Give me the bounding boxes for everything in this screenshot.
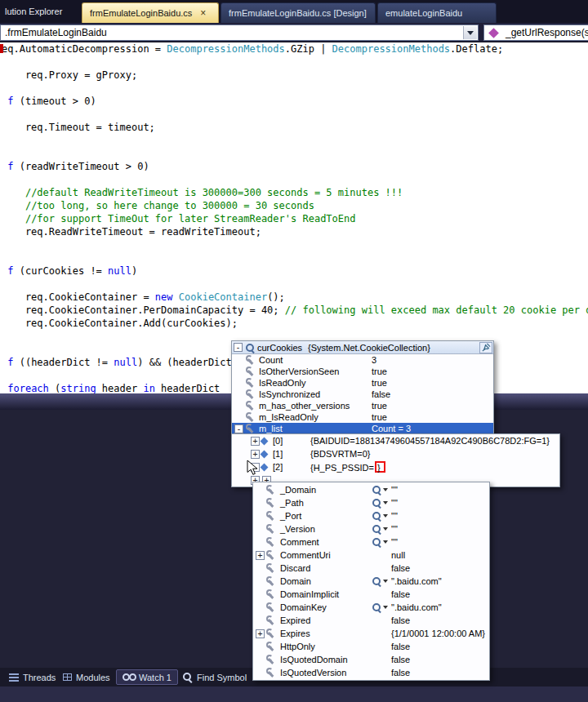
- string-visualizer[interactable]: [372, 498, 391, 508]
- member-row[interactable]: _Path"": [253, 496, 489, 509]
- property-icon: [245, 367, 255, 376]
- bottom-tab-threads[interactable]: Threads: [3, 669, 61, 685]
- spacer: [253, 538, 262, 547]
- member-row[interactable]: IsQuotedVersionfalse: [253, 666, 489, 679]
- member-row[interactable]: DomainKey".baidu.com": [253, 601, 489, 614]
- chevron-down-icon[interactable]: [383, 527, 388, 531]
- string-visualizer[interactable]: [372, 524, 391, 534]
- property-icon: [265, 642, 275, 651]
- code-line: eq.AutomaticDecompression = Decompressio…: [0, 42, 588, 56]
- magnifier-icon[interactable]: [372, 537, 381, 547]
- datatip-header[interactable]: - curCookies {System.Net.CookieCollectio…: [232, 341, 493, 354]
- types-dropdown[interactable]: .frmEmulateLoginBaidu: [0, 24, 479, 41]
- string-visualizer[interactable]: [372, 537, 391, 547]
- expander-icon[interactable]: -: [234, 343, 243, 352]
- magnifier-icon[interactable]: [245, 343, 255, 353]
- document-tab-bar: lution Explorer frmEmulateLoginBaidu.cs×…: [0, 0, 588, 23]
- property-value: Count = 3: [372, 424, 493, 433]
- chevron-down-icon[interactable]: [383, 540, 388, 544]
- item-value: {BDSVRTM=0}: [310, 449, 559, 459]
- code-line: [0, 173, 588, 186]
- bottom-tab-watch-1[interactable]: Watch 1: [116, 669, 178, 685]
- spacer: [253, 525, 262, 534]
- vs-debugger-window: lution Explorer frmEmulateLoginBaidu.cs×…: [0, 0, 588, 702]
- member-row[interactable]: Comment"": [253, 535, 489, 549]
- string-visualizer[interactable]: [372, 576, 391, 586]
- expander-icon[interactable]: +: [256, 629, 265, 638]
- property-icon: [265, 602, 275, 612]
- list-item-row[interactable]: -[2]{H_PS_PSSID=}: [232, 460, 559, 473]
- navigation-bar: .frmEmulateLoginBaidu _getUrlResponse(st…: [0, 23, 588, 42]
- doc-tab[interactable]: emulateLoginBaidu: [377, 2, 497, 23]
- expander-icon[interactable]: +: [251, 450, 260, 459]
- property-name: m_list: [259, 424, 372, 433]
- spacer: [232, 356, 241, 365]
- datatip-row[interactable]: IsOtherVersionSeentrue: [232, 366, 493, 377]
- string-visualizer[interactable]: [372, 602, 391, 612]
- list-item-row[interactable]: +[1]{BDSVRTM=0}: [232, 447, 559, 460]
- member-value: "": [391, 498, 489, 508]
- spacer: [232, 367, 241, 376]
- expander-icon[interactable]: +: [251, 437, 260, 446]
- spacer: [253, 603, 262, 612]
- chevron-down-icon[interactable]: [383, 514, 388, 518]
- datatip-row[interactable]: IsSynchronizedfalse: [232, 389, 493, 400]
- member-row[interactable]: Expiredfalse: [253, 614, 489, 627]
- expander-icon[interactable]: +: [256, 551, 265, 560]
- chevron-down-icon[interactable]: [383, 606, 388, 609]
- solution-explorer-tab[interactable]: lution Explorer: [5, 7, 62, 16]
- datatip-row[interactable]: -m_listCount = 3: [232, 423, 493, 434]
- member-row[interactable]: Discardfalse: [253, 562, 489, 575]
- property-name: IsOtherVersionSeen: [259, 367, 372, 376]
- member-row[interactable]: Domain".baidu.com": [253, 575, 489, 588]
- doc-tab[interactable]: frmEmulateLoginBaidu.cs [Design]: [220, 2, 376, 23]
- magnifier-icon[interactable]: [372, 602, 381, 612]
- doc-tab[interactable]: frmEmulateLoginBaidu.cs×: [82, 2, 219, 23]
- member-value: "": [391, 537, 489, 547]
- member-row[interactable]: +CommentUrinull: [253, 549, 489, 562]
- member-row[interactable]: _Domain"": [253, 483, 489, 496]
- list-item-row[interactable]: +[0]{BAIDUID=188134749604557184A92C490B6…: [232, 434, 559, 447]
- members-dropdown[interactable]: _getUrlResponse(strin: [483, 24, 588, 41]
- datatip-row[interactable]: Count3: [232, 354, 493, 366]
- member-value: ".baidu.com": [391, 576, 489, 586]
- chevron-down-icon[interactable]: [383, 580, 388, 583]
- string-visualizer[interactable]: [372, 511, 391, 521]
- member-name: _Version: [280, 524, 372, 534]
- doc-tab-label: frmEmulateLoginBaidu.cs [Design]: [229, 8, 367, 18]
- member-row[interactable]: DomainImplicitfalse: [253, 588, 489, 601]
- highlight-annotation: }: [375, 461, 385, 473]
- magnifier-icon[interactable]: [372, 524, 381, 534]
- close-icon[interactable]: ×: [200, 9, 206, 17]
- member-row[interactable]: _Port"": [253, 509, 489, 522]
- code-line: //too long, so here change to 300000 = 3…: [0, 199, 588, 212]
- spacer: [253, 577, 262, 586]
- expander-icon[interactable]: -: [234, 424, 243, 433]
- magnifier-icon[interactable]: [372, 485, 381, 495]
- datatip-row[interactable]: IsReadOnlytrue: [232, 377, 493, 389]
- member-row[interactable]: IsQuotedDomainfalse: [253, 653, 489, 666]
- datatip-row[interactable]: m_has_other_versionstrue: [232, 400, 493, 411]
- member-row[interactable]: _Version"": [253, 522, 489, 535]
- member-row[interactable]: HttpOnlyfalse: [253, 640, 489, 653]
- code-line: [0, 134, 588, 147]
- property-icon: [265, 629, 275, 638]
- bottom-tab-modules[interactable]: Modules: [57, 669, 116, 685]
- member-row[interactable]: +Expires{1/1/0001 12:00:00 AM}: [253, 627, 489, 640]
- magnifier-icon[interactable]: [372, 511, 381, 521]
- spacer: [253, 616, 262, 625]
- chevron-down-icon[interactable]: [383, 488, 388, 491]
- chevron-down-icon[interactable]: [383, 501, 388, 504]
- magnifier-icon[interactable]: [372, 498, 381, 508]
- string-visualizer[interactable]: [372, 485, 391, 495]
- threads-icon: [9, 673, 19, 682]
- magnifier-icon[interactable]: [372, 576, 381, 586]
- property-name: Count: [259, 355, 372, 365]
- bottom-tab-find-symbol[interactable]: Find Symbol: [176, 669, 252, 685]
- member-value: "": [391, 511, 489, 521]
- datatip-row[interactable]: m_IsReadOnlytrue: [232, 411, 493, 423]
- dropdown-arrow-icon[interactable]: [463, 26, 477, 39]
- property-value: true: [372, 412, 493, 422]
- pin-icon[interactable]: [479, 342, 492, 353]
- code-line: [0, 108, 588, 121]
